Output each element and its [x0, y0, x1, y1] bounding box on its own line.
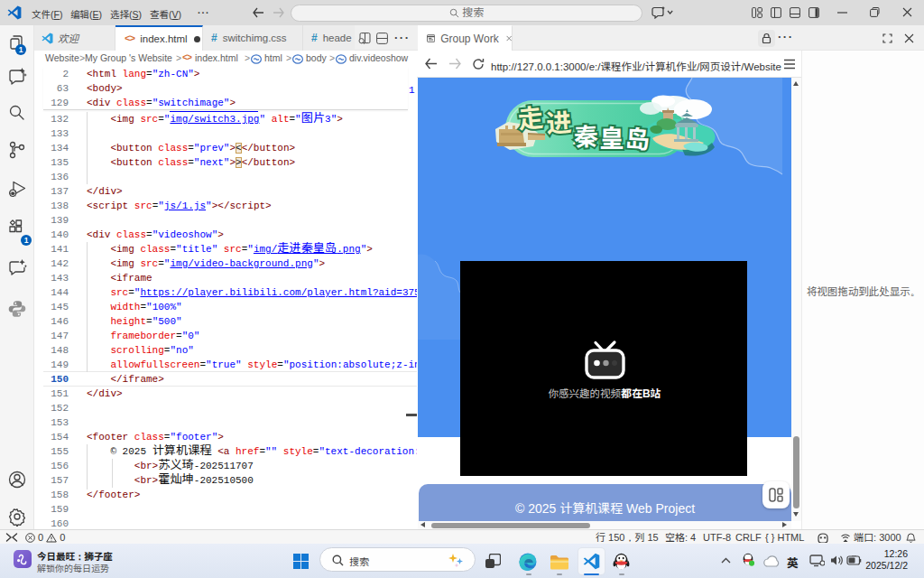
svg-text:皇: 皇: [600, 119, 624, 154]
svg-text:进: 进: [545, 102, 573, 140]
svg-text:岛: 岛: [624, 119, 651, 155]
svg-text:走: 走: [516, 98, 545, 136]
svg-text:秦: 秦: [573, 117, 599, 153]
